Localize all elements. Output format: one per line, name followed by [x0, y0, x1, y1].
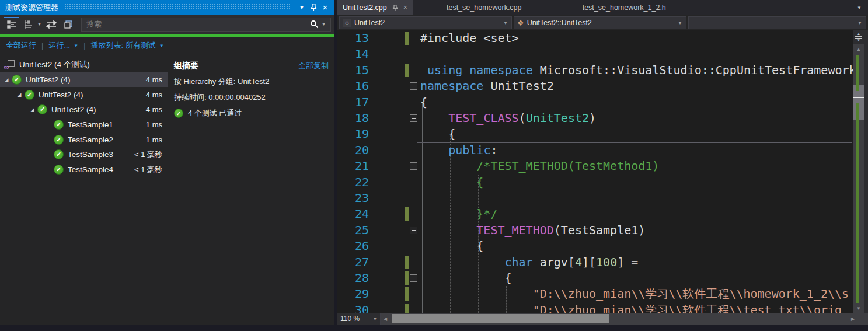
copy-all-link[interactable]: 全部复制	[298, 61, 329, 71]
code-line[interactable]: 14	[337, 46, 853, 62]
change-tracking-bar	[405, 271, 409, 285]
passed-check-icon: ✓	[174, 109, 183, 118]
group-by-caret-icon[interactable]: ▼	[37, 22, 41, 26]
code-line[interactable]: 16namespace UnitTest2	[337, 78, 853, 94]
line-number: 22	[337, 175, 369, 190]
editor-tab[interactable]: test_se_homework.cpp	[413, 0, 556, 15]
code-editor[interactable]: 13#include <set>1415 using namespace Mic…	[337, 30, 853, 313]
scroll-down-icon[interactable]: ▼	[853, 304, 864, 313]
code-line[interactable]: 29 "D:\\zhuo_mian\\学习\\软件工程\\homework_1_…	[337, 286, 853, 302]
window-position-menu-icon[interactable]: ▼	[296, 2, 308, 13]
code-line[interactable]: 18 TEST_CLASS(UnitTest2)	[337, 110, 853, 126]
horizontal-scroll-thumb[interactable]	[392, 314, 609, 323]
code-text: using namespace Microsoft::VisualStudio:…	[420, 62, 853, 78]
fold-collapse-icon[interactable]	[410, 162, 417, 170]
test-tree-row[interactable]: ✓TestSample21 ms	[0, 132, 168, 147]
code-line[interactable]: 24 }*/	[337, 206, 853, 222]
empty-dropdown-caret-icon: ▼	[857, 20, 862, 26]
code-line[interactable]: 17{	[337, 95, 853, 110]
fold-collapse-icon[interactable]	[410, 114, 417, 122]
run-after-build-icon[interactable]	[44, 17, 60, 32]
search-input[interactable]	[86, 20, 310, 29]
code-line[interactable]: 25 TEST_METHOD(TestSample1)	[337, 222, 853, 238]
test-tree-row[interactable]: ✓TestSample11 ms	[0, 117, 168, 133]
test-passed-icon: ✓	[54, 120, 64, 130]
member-dropdown[interactable]: ❖ UnitTest2::UnitTest2 ▼	[514, 16, 686, 29]
vertical-scroll-thumb[interactable]	[853, 85, 864, 120]
search-icon[interactable]	[310, 20, 319, 29]
run-menu-caret-icon[interactable]: ▼	[74, 43, 78, 48]
line-number: 17	[337, 95, 369, 110]
code-line[interactable]: 15 using namespace Microsoft::VisualStud…	[337, 62, 853, 78]
summary-duration-line: 持续时间: 0:00:00.0040252	[174, 92, 329, 103]
caret-position-mark	[853, 97, 864, 98]
tree-item-label: TestSample3	[68, 150, 113, 159]
layered-windows-icon[interactable]	[61, 17, 76, 32]
group-by-hierarchy-icon[interactable]	[20, 17, 36, 32]
active-files-dropdown-icon[interactable]: ▼	[857, 5, 862, 11]
run-all-link[interactable]: 全部运行	[6, 40, 36, 51]
test-tree-row[interactable]: ◢✓UnitTest2 (4)4 ms	[0, 102, 168, 117]
line-number: 24	[337, 206, 369, 222]
editor-tab[interactable]: test_se_homework_1_2.h	[556, 0, 693, 15]
tab-close-icon[interactable]: ×	[403, 4, 407, 12]
code-text: {	[420, 238, 483, 254]
editor-splitter-handle[interactable]: ▲▼	[853, 30, 864, 44]
code-line[interactable]: 26 {	[337, 238, 853, 254]
tab-pin-icon[interactable]	[392, 5, 398, 11]
code-line[interactable]: 27 char argv[4][100] =	[337, 255, 853, 270]
code-line[interactable]: 13#include <set>	[337, 30, 853, 46]
toolwindow-titlebar[interactable]: 测试资源管理器 ▼ ×	[0, 0, 334, 15]
scroll-right-icon[interactable]: ▶	[848, 313, 857, 325]
code-line[interactable]: 21 /*TEST_METHOD(TestMethod1)	[337, 158, 853, 174]
code-text: "D:\\zhuo_mian\\学习\\软件工程\\homework_1_2\\…	[420, 286, 849, 302]
vertical-scrollbar[interactable]: ▲▼ ▲ ▼	[853, 30, 864, 313]
project-scope-dropdown[interactable]: ◇ UnitTest2 ▼	[339, 16, 512, 29]
line-number: 25	[337, 222, 369, 238]
code-line[interactable]: 22 {	[337, 175, 853, 190]
code-line[interactable]: 20 public:	[337, 142, 853, 158]
test-explorer-panel: 测试资源管理器 ▼ × ▼	[0, 0, 334, 325]
expander-icon[interactable]: ◢	[1, 77, 12, 83]
change-tracking-bar	[405, 287, 409, 301]
change-overview-mark	[856, 55, 859, 91]
test-tree-row[interactable]: ◢✓UnitTest2 (4)4 ms	[0, 72, 168, 88]
code-line[interactable]: 23	[337, 190, 853, 206]
search-options-caret-icon[interactable]: ▼	[322, 22, 326, 26]
horizontal-scroll-track[interactable]	[390, 313, 848, 325]
scroll-left-icon[interactable]: ◀	[381, 313, 390, 325]
code-editor-group: UnitTest2.cpp×test_se_homework.cpptest_s…	[337, 0, 868, 325]
test-duration: 1 ms	[146, 120, 162, 129]
code-line[interactable]: 19 {	[337, 126, 853, 142]
fold-collapse-icon[interactable]	[410, 82, 417, 90]
scroll-up-icon[interactable]: ▲	[853, 44, 864, 54]
vertical-scroll-track[interactable]	[853, 54, 864, 304]
fold-collapse-icon[interactable]	[410, 274, 417, 282]
playlist-link[interactable]: 播放列表: 所有测试	[91, 40, 156, 51]
empty-dropdown[interactable]: ▼	[688, 16, 866, 29]
code-text: {	[420, 126, 455, 142]
fold-collapse-icon[interactable]	[410, 227, 417, 234]
run-menu-link[interactable]: 运行...	[48, 40, 70, 51]
line-number: 15	[337, 62, 369, 78]
test-tree-row[interactable]: ◢✓UnitTest2 (4)4 ms	[0, 87, 168, 102]
close-icon[interactable]: ×	[319, 2, 331, 13]
line-number: 27	[337, 255, 369, 270]
test-tree-root-row[interactable]: ∞UnitTest2 (4 个测试)	[0, 57, 168, 72]
tree-item-label: UnitTest2 (4)	[26, 75, 71, 84]
test-explorer-toolbar: ▼ ▼	[0, 15, 334, 34]
search-box[interactable]: ▼	[81, 18, 331, 32]
pin-icon[interactable]	[308, 2, 319, 13]
editor-zoom-control[interactable]: 110 % ▼	[337, 313, 381, 325]
playlist-caret-icon[interactable]: ▼	[159, 43, 164, 48]
test-duration: < 1 毫秒	[134, 149, 162, 160]
code-line[interactable]: 30 "D:\\zhuo_mian\\学习\\软件工程\\test_txt\\o…	[337, 302, 853, 313]
expander-icon[interactable]: ◢	[14, 92, 25, 97]
code-line[interactable]: 28 {	[337, 270, 853, 286]
test-tree-row[interactable]: ✓TestSample4< 1 毫秒	[0, 162, 168, 177]
test-tree-row[interactable]: ✓TestSample3< 1 毫秒	[0, 147, 168, 162]
editor-tab[interactable]: UnitTest2.cpp×	[337, 0, 413, 15]
expander-icon[interactable]: ◢	[27, 107, 37, 113]
change-tracking-bar	[405, 304, 409, 313]
group-by-tree-icon[interactable]	[4, 17, 19, 32]
